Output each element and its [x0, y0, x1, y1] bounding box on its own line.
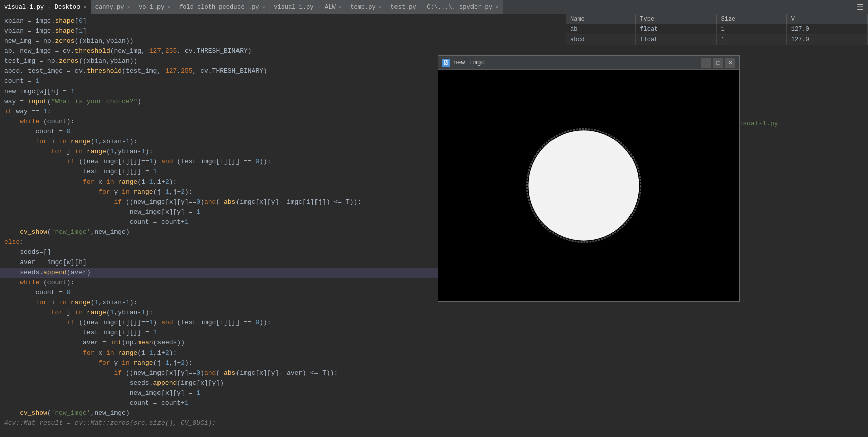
code-line: cv_show('new_imgc',new_imgc)	[0, 408, 566, 418]
tab-label: canny.py	[95, 4, 124, 11]
col-header-type: Type	[636, 14, 717, 24]
tab-canny[interactable]: canny.py ✕	[91, 0, 135, 14]
tab-label: temp.py	[350, 4, 375, 11]
window-icon: 🖼	[442, 59, 450, 67]
code-line: for x in range(i-1,i+2):	[0, 348, 566, 358]
tab-overflow-button[interactable]: ☰	[853, 2, 868, 12]
code-line: for y in range(j-1,j+2):	[0, 358, 566, 368]
var-table: Name Type Size V ab float 1 127.0 abcd f…	[566, 14, 868, 45]
code-line: xbian = imgc.shape[0]	[0, 16, 566, 26]
image-window: 🖼 new_imgc — □ ✕	[438, 55, 740, 302]
cell-size: 1	[717, 24, 786, 35]
code-line: ybian = imgc.shape[1]	[0, 26, 566, 36]
tab-close-icon[interactable]: ✕	[495, 4, 499, 10]
tab-label: visual-1.py - ALW	[274, 4, 335, 11]
col-header-size: Size	[717, 14, 786, 24]
tab-vo1[interactable]: vo-1.py ✕	[135, 0, 175, 14]
code-line: count = count+1	[0, 398, 566, 408]
cell-value: 127.0	[786, 35, 867, 45]
code-line: seeds.append(imgc[x][y])	[0, 378, 566, 388]
svg-point-1	[528, 130, 639, 240]
code-line: new_img = np.zeros((xbian,ybian))	[0, 36, 566, 46]
tab-temp[interactable]: temp.py ✕	[346, 0, 386, 14]
image-window-titlebar: 🖼 new_imgc — □ ✕	[438, 56, 739, 70]
cell-name: abcd	[566, 35, 636, 45]
col-header-value: V	[786, 14, 867, 24]
code-line: test_imgc[i][j] = 1	[0, 328, 566, 338]
cell-size: 1	[717, 35, 786, 45]
tab-label: vo-1.py	[139, 4, 164, 11]
col-header-name: Name	[566, 14, 636, 24]
tab-label: test.py - C:\...\. spyder-py	[390, 4, 492, 11]
tab-close-icon[interactable]: ✕	[83, 4, 87, 10]
cell-type: float	[636, 35, 717, 45]
code-line: #cv::Mat result = cv::Mat::zeros(src.siz…	[0, 418, 566, 428]
tab-test[interactable]: test.py - C:\...\. spyder-py ✕	[386, 0, 503, 14]
window-controls: — □ ✕	[701, 58, 735, 68]
tab-close-icon[interactable]: ✕	[379, 4, 382, 10]
close-button[interactable]: ✕	[725, 58, 735, 68]
tab-close-icon[interactable]: ✕	[127, 4, 130, 10]
minimize-button[interactable]: —	[701, 58, 711, 68]
cell-name: ab	[566, 24, 636, 35]
code-line: if ((new_imgc[i][j]==1) and (test_imgc[i…	[0, 318, 566, 328]
tab-fold-cloth[interactable]: fold cloth peoduce .py ✕	[175, 0, 270, 14]
image-svg	[438, 70, 739, 301]
tab-close-icon[interactable]: ✕	[262, 4, 266, 10]
cell-type: float	[636, 24, 717, 35]
code-line: if ((new_imgc[x][y]==0)and( abs(imgc[x][…	[0, 368, 566, 378]
tab-close-icon[interactable]: ✕	[339, 4, 342, 10]
code-line: for j in range(1,ybian-1):	[0, 308, 566, 318]
table-row[interactable]: ab float 1 127.0	[566, 24, 868, 35]
tab-bar: visual-1.py - Desktop ✕ canny.py ✕ vo-1.…	[0, 0, 868, 14]
tab-visual-1-alw[interactable]: visual-1.py - ALW ✕	[270, 0, 346, 14]
tab-visual-1-desktop[interactable]: visual-1.py - Desktop ✕	[0, 0, 91, 14]
image-content	[438, 70, 739, 301]
cell-value: 127.0	[786, 24, 867, 35]
image-window-title: new_imgc	[453, 59, 701, 66]
maximize-button[interactable]: □	[713, 58, 723, 68]
code-line: new_imgc[x][y] = 1	[0, 388, 566, 398]
tab-close-icon[interactable]: ✕	[168, 4, 171, 10]
code-line: aver = int(np.mean(seeds))	[0, 338, 566, 348]
table-row[interactable]: abcd float 1 127.0	[566, 35, 868, 45]
tab-label: visual-1.py - Desktop	[4, 4, 80, 11]
code-line: ab, new_imgc = cv.threshold(new_img, 127…	[0, 46, 566, 56]
tab-label: fold cloth peoduce .py	[179, 4, 259, 11]
